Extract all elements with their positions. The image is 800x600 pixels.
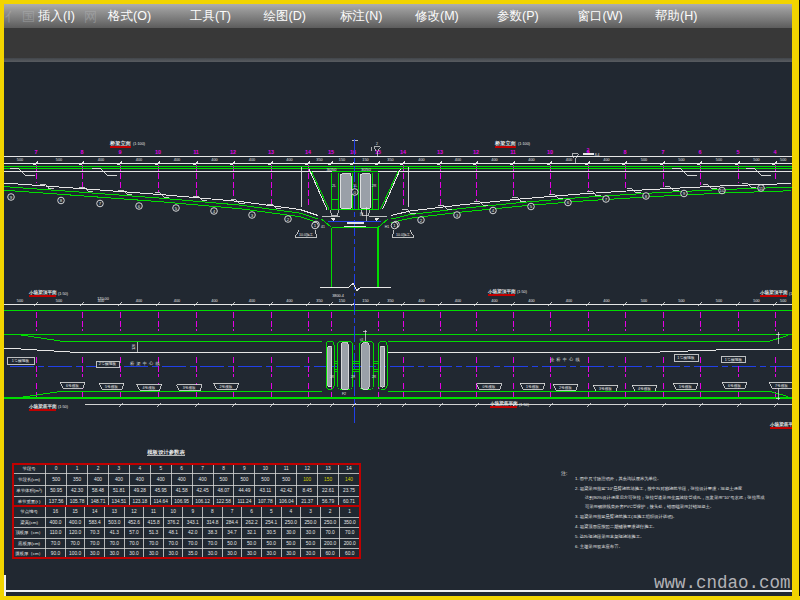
svg-text:3800.4: 3800.4 bbox=[332, 294, 344, 298]
svg-text:9: 9 bbox=[243, 466, 246, 471]
svg-text:30.0: 30.0 bbox=[306, 551, 316, 556]
svg-text:60.0: 60.0 bbox=[325, 551, 335, 556]
svg-text:70.0: 70.0 bbox=[129, 541, 139, 546]
svg-text:插入(I): 插入(I) bbox=[38, 9, 75, 23]
svg-text:格式(O): 格式(O) bbox=[107, 9, 151, 23]
svg-text:30.0: 30.0 bbox=[286, 551, 296, 556]
svg-text:节点编号: 节点编号 bbox=[20, 509, 38, 514]
svg-text:60.0: 60.0 bbox=[345, 551, 355, 556]
svg-text:23.75: 23.75 bbox=[343, 488, 355, 493]
svg-text:30.0: 30.0 bbox=[208, 551, 218, 556]
svg-text:3: 3 bbox=[118, 466, 121, 471]
svg-text:500: 500 bbox=[220, 477, 228, 482]
svg-text:500: 500 bbox=[753, 299, 759, 303]
svg-text:400: 400 bbox=[211, 158, 217, 162]
svg-text:6号模板: 6号模板 bbox=[66, 384, 79, 388]
svg-text:90: 90 bbox=[360, 212, 364, 216]
svg-text:51.81: 51.81 bbox=[113, 488, 125, 493]
svg-text:400: 400 bbox=[566, 299, 572, 303]
svg-text:122.58: 122.58 bbox=[216, 499, 231, 504]
svg-text:140: 140 bbox=[345, 477, 353, 482]
svg-text:H1: H1 bbox=[385, 225, 389, 229]
svg-text:3号模板: 3号模板 bbox=[599, 387, 612, 391]
svg-text:350: 350 bbox=[316, 299, 322, 303]
svg-text:小箱梁底平: 小箱梁底平 bbox=[769, 421, 793, 428]
svg-text:2L: 2L bbox=[332, 184, 336, 188]
svg-text:13: 13 bbox=[268, 149, 274, 155]
svg-text:452.6: 452.6 bbox=[128, 520, 140, 525]
svg-text:70.0: 70.0 bbox=[208, 541, 218, 546]
svg-text:4: 4 bbox=[290, 509, 293, 514]
svg-text:134.51: 134.51 bbox=[112, 499, 127, 504]
svg-text:110.0: 110.0 bbox=[50, 530, 62, 535]
svg-text:小箱梁顶平面: 小箱梁顶平面 bbox=[487, 288, 516, 295]
svg-text:500: 500 bbox=[780, 158, 786, 162]
svg-text:70.0: 70.0 bbox=[90, 541, 100, 546]
svg-text:70.0: 70.0 bbox=[345, 530, 355, 535]
svg-text:150: 150 bbox=[339, 158, 345, 162]
svg-text:170.00: 170.00 bbox=[97, 297, 109, 301]
svg-text:30.0: 30.0 bbox=[227, 551, 237, 556]
svg-text:梁高(cm): 梁高(cm) bbox=[20, 519, 38, 525]
svg-text:107.78: 107.78 bbox=[258, 499, 273, 504]
svg-text:6: 6 bbox=[180, 466, 183, 471]
svg-text:500: 500 bbox=[641, 158, 647, 162]
svg-text:4. 箱梁顶面应按照二期铺装要求进行施工。: 4. 箱梁顶面应按照二期铺装要求进行施工。 bbox=[575, 523, 657, 530]
svg-text:5号模板: 5号模板 bbox=[105, 385, 118, 389]
svg-text:绘图(D): 绘图(D) bbox=[264, 9, 306, 23]
svg-text:15: 15 bbox=[328, 149, 334, 155]
svg-text:亻: 亻 bbox=[5, 9, 18, 24]
svg-text:14: 14 bbox=[305, 149, 311, 155]
svg-text:2R: 2R bbox=[372, 375, 377, 379]
svg-text:50.0: 50.0 bbox=[247, 541, 257, 546]
svg-text:标注(N): 标注(N) bbox=[340, 9, 382, 23]
svg-text:343.1: 343.1 bbox=[187, 520, 199, 525]
svg-text:57.0: 57.0 bbox=[129, 530, 139, 535]
svg-text:400: 400 bbox=[136, 158, 142, 162]
svg-text:400.0: 400.0 bbox=[69, 520, 81, 525]
svg-text:32.1: 32.1 bbox=[247, 530, 257, 535]
svg-text:400: 400 bbox=[178, 477, 186, 482]
svg-text:窗口(W): 窗口(W) bbox=[578, 9, 623, 23]
svg-text:2: 2 bbox=[376, 142, 378, 146]
svg-text:400: 400 bbox=[136, 477, 144, 482]
svg-text:500: 500 bbox=[17, 299, 23, 303]
svg-text:22.61: 22.61 bbox=[322, 488, 334, 493]
svg-text:500: 500 bbox=[56, 158, 62, 162]
svg-text:400: 400 bbox=[418, 158, 424, 162]
svg-text:10: 10 bbox=[547, 149, 553, 155]
svg-text:13: 13 bbox=[112, 509, 118, 514]
svg-text:小箱梁底平面: 小箱梁底平面 bbox=[489, 400, 518, 407]
svg-text:100.0: 100.0 bbox=[69, 551, 81, 556]
svg-text:70.0: 70.0 bbox=[110, 541, 120, 546]
svg-text:70.3: 70.3 bbox=[90, 530, 100, 535]
svg-text:70.0: 70.0 bbox=[169, 541, 179, 546]
svg-text:137.56: 137.56 bbox=[49, 499, 64, 504]
svg-text:全 桥 中 心 线: 全 桥 中 心 线 bbox=[550, 357, 580, 362]
svg-text:0: 0 bbox=[55, 466, 58, 471]
svg-text:400: 400 bbox=[491, 299, 497, 303]
svg-text:350: 350 bbox=[316, 158, 322, 162]
svg-text:帮助(H): 帮助(H) bbox=[655, 9, 697, 23]
svg-text:修改(M): 修改(M) bbox=[415, 9, 459, 23]
svg-text:284.4: 284.4 bbox=[226, 520, 238, 525]
svg-text:50.0: 50.0 bbox=[227, 541, 237, 546]
svg-text:41: 41 bbox=[321, 225, 325, 229]
svg-text:小箱梁顶平面: 小箱梁顶平面 bbox=[28, 289, 57, 296]
svg-text:2号模板: 2号模板 bbox=[220, 385, 233, 389]
svg-text:105.78: 105.78 bbox=[70, 499, 85, 504]
svg-text:43.11: 43.11 bbox=[260, 488, 272, 493]
svg-text:14: 14 bbox=[346, 466, 352, 471]
svg-text:3. 箱梁采用挂篮悬臂浇筑施工(见施工组织设计说明)。: 3. 箱梁采用挂篮悬臂浇筑施工(见施工组织设计说明)。 bbox=[575, 513, 677, 520]
svg-text:1: 1 bbox=[76, 466, 79, 471]
svg-text:400: 400 bbox=[211, 299, 217, 303]
svg-text:7: 7 bbox=[201, 466, 204, 471]
svg-text:2号模板: 2号模板 bbox=[559, 386, 572, 390]
svg-text:14: 14 bbox=[92, 509, 98, 514]
svg-text:500: 500 bbox=[282, 477, 290, 482]
svg-text:200.0: 200.0 bbox=[324, 541, 336, 546]
svg-text:3050: 3050 bbox=[361, 167, 371, 172]
svg-text:400: 400 bbox=[603, 158, 609, 162]
svg-text:参数(P): 参数(P) bbox=[497, 9, 539, 23]
svg-text:500: 500 bbox=[716, 299, 722, 303]
